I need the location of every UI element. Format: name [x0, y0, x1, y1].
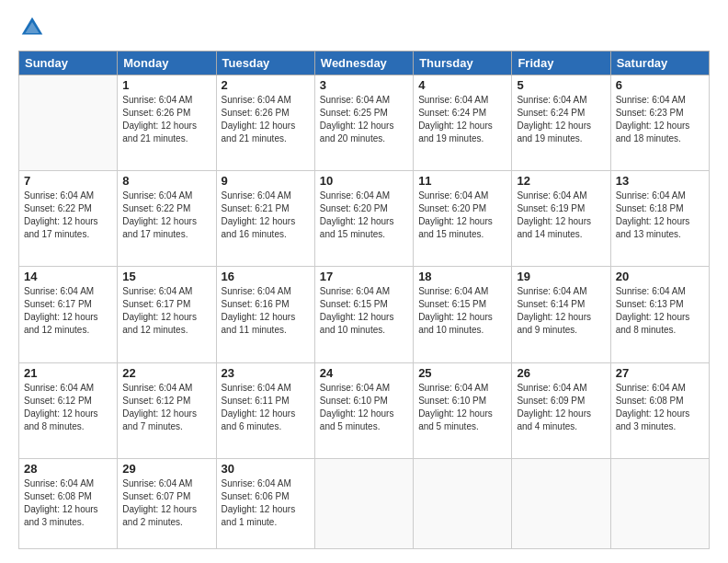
calendar-cell: 3Sunrise: 6:04 AMSunset: 6:25 PMDaylight… [314, 75, 413, 171]
day-number: 17 [320, 270, 408, 283]
day-number: 19 [517, 270, 605, 283]
calendar-week-1: 1Sunrise: 6:04 AMSunset: 6:26 PMDaylight… [19, 75, 710, 171]
day-info: Sunrise: 6:04 AMSunset: 6:16 PMDaylight:… [222, 285, 310, 337]
calendar-cell [512, 458, 610, 548]
weekday-header-thursday: Thursday [414, 52, 512, 75]
day-number: 15 [122, 270, 210, 283]
calendar-cell: 28Sunrise: 6:04 AMSunset: 6:08 PMDayligh… [19, 458, 118, 548]
day-info: Sunrise: 6:04 AMSunset: 6:26 PMDaylight:… [122, 94, 210, 145]
day-number: 18 [418, 270, 506, 283]
calendar-week-2: 7Sunrise: 6:04 AMSunset: 6:22 PMDaylight… [19, 171, 710, 267]
day-info: Sunrise: 6:04 AMSunset: 6:20 PMDaylight:… [418, 190, 506, 241]
calendar-cell: 13Sunrise: 6:04 AMSunset: 6:18 PMDayligh… [610, 171, 709, 267]
day-number: 5 [517, 78, 605, 92]
day-number: 2 [222, 78, 310, 92]
calendar-week-4: 21Sunrise: 6:04 AMSunset: 6:12 PMDayligh… [19, 362, 710, 458]
calendar-cell: 7Sunrise: 6:04 AMSunset: 6:22 PMDaylight… [19, 171, 118, 267]
calendar-cell: 12Sunrise: 6:04 AMSunset: 6:19 PMDayligh… [512, 171, 610, 267]
calendar-cell: 16Sunrise: 6:04 AMSunset: 6:16 PMDayligh… [216, 267, 314, 362]
day-info: Sunrise: 6:04 AMSunset: 6:14 PMDaylight:… [517, 285, 605, 337]
weekday-header-saturday: Saturday [610, 52, 709, 75]
calendar-cell: 14Sunrise: 6:04 AMSunset: 6:17 PMDayligh… [19, 267, 118, 362]
calendar-cell: 23Sunrise: 6:04 AMSunset: 6:11 PMDayligh… [216, 362, 314, 458]
calendar-cell [19, 75, 118, 171]
weekday-header-wednesday: Wednesday [314, 52, 413, 75]
calendar-cell [610, 458, 709, 548]
calendar-table: SundayMondayTuesdayWednesdayThursdayFrid… [18, 51, 710, 549]
calendar-cell: 1Sunrise: 6:04 AMSunset: 6:26 PMDaylight… [118, 75, 216, 171]
day-number: 27 [616, 366, 704, 380]
day-info: Sunrise: 6:04 AMSunset: 6:09 PMDaylight:… [517, 382, 605, 433]
calendar-cell: 21Sunrise: 6:04 AMSunset: 6:12 PMDayligh… [19, 362, 118, 458]
day-number: 30 [222, 462, 310, 476]
calendar-header: SundayMondayTuesdayWednesdayThursdayFrid… [19, 52, 710, 75]
calendar-cell: 4Sunrise: 6:04 AMSunset: 6:24 PMDaylight… [414, 75, 512, 171]
day-info: Sunrise: 6:04 AMSunset: 6:08 PMDaylight:… [24, 477, 112, 529]
calendar-cell: 15Sunrise: 6:04 AMSunset: 6:17 PMDayligh… [118, 267, 216, 362]
day-info: Sunrise: 6:04 AMSunset: 6:21 PMDaylight:… [222, 190, 310, 241]
day-number: 14 [24, 270, 112, 283]
calendar-cell: 18Sunrise: 6:04 AMSunset: 6:15 PMDayligh… [414, 267, 512, 362]
day-number: 9 [222, 174, 310, 188]
calendar-cell: 9Sunrise: 6:04 AMSunset: 6:21 PMDaylight… [216, 171, 314, 267]
calendar-cell: 8Sunrise: 6:04 AMSunset: 6:22 PMDaylight… [118, 171, 216, 267]
day-number: 25 [418, 366, 506, 380]
weekday-header-monday: Monday [118, 52, 216, 75]
calendar-cell: 6Sunrise: 6:04 AMSunset: 6:23 PMDaylight… [610, 75, 709, 171]
day-info: Sunrise: 6:04 AMSunset: 6:08 PMDaylight:… [616, 382, 704, 433]
weekday-header-tuesday: Tuesday [216, 52, 314, 75]
day-info: Sunrise: 6:04 AMSunset: 6:17 PMDaylight:… [24, 285, 112, 337]
day-number: 22 [122, 366, 210, 380]
calendar-cell: 22Sunrise: 6:04 AMSunset: 6:12 PMDayligh… [118, 362, 216, 458]
calendar-week-3: 14Sunrise: 6:04 AMSunset: 6:17 PMDayligh… [19, 267, 710, 362]
day-number: 8 [122, 174, 210, 188]
day-number: 26 [517, 366, 605, 380]
day-number: 24 [320, 366, 408, 380]
day-number: 1 [122, 78, 210, 92]
day-info: Sunrise: 6:04 AMSunset: 6:12 PMDaylight:… [24, 382, 112, 433]
weekday-header-row: SundayMondayTuesdayWednesdayThursdayFrid… [19, 52, 710, 75]
calendar-cell: 20Sunrise: 6:04 AMSunset: 6:13 PMDayligh… [610, 267, 709, 362]
header [18, 14, 710, 41]
day-number: 11 [418, 174, 506, 188]
day-info: Sunrise: 6:04 AMSunset: 6:11 PMDaylight:… [222, 382, 310, 433]
day-number: 7 [24, 174, 112, 188]
day-number: 10 [320, 174, 408, 188]
day-number: 29 [122, 462, 210, 476]
calendar-cell: 29Sunrise: 6:04 AMSunset: 6:07 PMDayligh… [118, 458, 216, 548]
calendar-cell: 27Sunrise: 6:04 AMSunset: 6:08 PMDayligh… [610, 362, 709, 458]
day-info: Sunrise: 6:04 AMSunset: 6:24 PMDaylight:… [418, 94, 506, 145]
day-number: 20 [616, 270, 704, 283]
day-info: Sunrise: 6:04 AMSunset: 6:23 PMDaylight:… [616, 94, 704, 145]
day-info: Sunrise: 6:04 AMSunset: 6:06 PMDaylight:… [222, 477, 310, 529]
calendar-cell [414, 458, 512, 548]
day-info: Sunrise: 6:04 AMSunset: 6:22 PMDaylight:… [24, 190, 112, 241]
calendar-cell: 5Sunrise: 6:04 AMSunset: 6:24 PMDaylight… [512, 75, 610, 171]
calendar-cell [314, 458, 413, 548]
day-info: Sunrise: 6:04 AMSunset: 6:13 PMDaylight:… [616, 285, 704, 337]
calendar-week-5: 28Sunrise: 6:04 AMSunset: 6:08 PMDayligh… [19, 458, 710, 548]
day-info: Sunrise: 6:04 AMSunset: 6:25 PMDaylight:… [320, 94, 408, 145]
day-number: 6 [616, 78, 704, 92]
day-info: Sunrise: 6:04 AMSunset: 6:22 PMDaylight:… [122, 190, 210, 241]
calendar-cell: 11Sunrise: 6:04 AMSunset: 6:20 PMDayligh… [414, 171, 512, 267]
weekday-header-friday: Friday [512, 52, 610, 75]
day-info: Sunrise: 6:04 AMSunset: 6:20 PMDaylight:… [320, 190, 408, 241]
calendar-cell: 17Sunrise: 6:04 AMSunset: 6:15 PMDayligh… [314, 267, 413, 362]
calendar-cell: 19Sunrise: 6:04 AMSunset: 6:14 PMDayligh… [512, 267, 610, 362]
calendar-body: 1Sunrise: 6:04 AMSunset: 6:26 PMDaylight… [19, 75, 710, 549]
day-number: 21 [24, 366, 112, 380]
calendar-cell: 30Sunrise: 6:04 AMSunset: 6:06 PMDayligh… [216, 458, 314, 548]
day-number: 23 [222, 366, 310, 380]
calendar-cell: 26Sunrise: 6:04 AMSunset: 6:09 PMDayligh… [512, 362, 610, 458]
logo-icon [18, 14, 46, 41]
calendar-cell: 2Sunrise: 6:04 AMSunset: 6:26 PMDaylight… [216, 75, 314, 171]
day-number: 3 [320, 78, 408, 92]
day-number: 16 [222, 270, 310, 283]
day-info: Sunrise: 6:04 AMSunset: 6:24 PMDaylight:… [517, 94, 605, 145]
day-info: Sunrise: 6:04 AMSunset: 6:10 PMDaylight:… [418, 382, 506, 433]
calendar-cell: 10Sunrise: 6:04 AMSunset: 6:20 PMDayligh… [314, 171, 413, 267]
day-info: Sunrise: 6:04 AMSunset: 6:15 PMDaylight:… [320, 285, 408, 337]
day-info: Sunrise: 6:04 AMSunset: 6:15 PMDaylight:… [418, 285, 506, 337]
day-number: 28 [24, 462, 112, 476]
